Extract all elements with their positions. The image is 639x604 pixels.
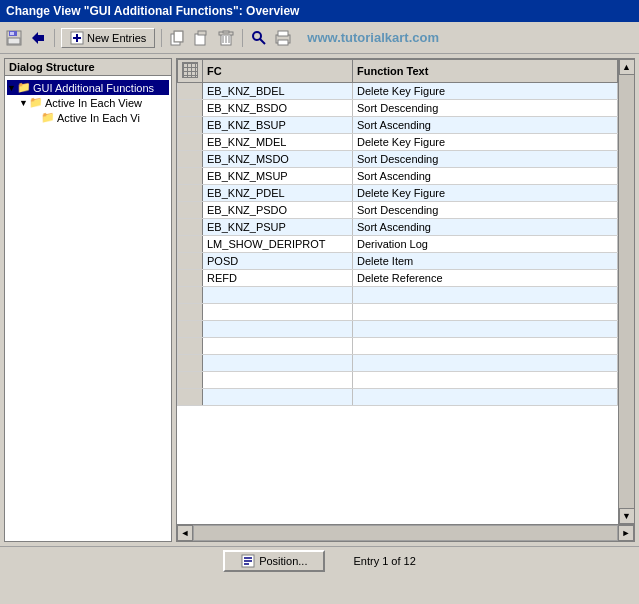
row-icon-cell (178, 287, 203, 304)
table-body: EB_KNZ_BDELDelete Key FigureEB_KNZ_BSDOS… (178, 83, 618, 406)
table-row[interactable]: EB_KNZ_MSUPSort Ascending (178, 168, 618, 185)
paste-icon[interactable] (192, 28, 212, 48)
row-function-text: Sort Descending (353, 151, 618, 168)
row-fc (203, 389, 353, 406)
row-function-text (353, 304, 618, 321)
row-function-text: Sort Ascending (353, 219, 618, 236)
row-function-text: Delete Key Figure (353, 134, 618, 151)
row-function-text: Sort Ascending (353, 168, 618, 185)
row-function-text: Delete Key Figure (353, 83, 618, 100)
row-function-text (353, 287, 618, 304)
vertical-scrollbar[interactable]: ▲ ▼ (618, 59, 634, 524)
tree-item-active-each-view[interactable]: ▼ 📁 Active In Each View (7, 95, 169, 110)
print-icon[interactable] (273, 28, 293, 48)
table-row[interactable] (178, 304, 618, 321)
svg-line-21 (260, 39, 265, 44)
data-table: FC Function Text EB_KNZ_BDELDelete Key F… (177, 59, 618, 406)
row-fc (203, 287, 353, 304)
search-icon[interactable] (249, 28, 269, 48)
toolbar-separator-2 (161, 29, 162, 47)
svg-rect-12 (195, 34, 205, 45)
col-header-icon (178, 60, 203, 83)
row-function-text: Sort Descending (353, 202, 618, 219)
table-row[interactable]: EB_KNZ_PSDOSort Descending (178, 202, 618, 219)
tree-item-gui-additional[interactable]: ▼ 📁 GUI Additional Functions (7, 80, 169, 95)
new-entries-label: New Entries (87, 32, 146, 44)
svg-rect-5 (38, 35, 44, 41)
row-icon-cell (178, 338, 203, 355)
row-function-text: Sort Descending (353, 100, 618, 117)
dialog-tree: ▼ 📁 GUI Additional Functions ▼ 📁 Active … (5, 76, 171, 129)
row-icon-cell (178, 389, 203, 406)
row-icon-cell (178, 219, 203, 236)
row-fc: EB_KNZ_BDEL (203, 83, 353, 100)
horizontal-scrollbar[interactable]: ◄ ► (177, 524, 634, 541)
row-fc: EB_KNZ_MSUP (203, 168, 353, 185)
table-row[interactable]: EB_KNZ_BSUPSort Ascending (178, 117, 618, 134)
svg-marker-4 (32, 32, 38, 44)
row-fc: EB_KNZ_MSDO (203, 151, 353, 168)
folder-icon-2: 📁 (29, 96, 43, 109)
row-function-text: Sort Ascending (353, 117, 618, 134)
table-row[interactable]: EB_KNZ_PSUPSort Ascending (178, 219, 618, 236)
row-icon-cell (178, 151, 203, 168)
row-function-text: Delete Key Figure (353, 185, 618, 202)
row-function-text: Delete Item (353, 253, 618, 270)
table-row[interactable]: EB_KNZ_MDELDelete Key Figure (178, 134, 618, 151)
row-icon-cell (178, 355, 203, 372)
new-entries-button[interactable]: New Entries (61, 28, 155, 48)
row-function-text (353, 338, 618, 355)
row-icon-cell (178, 168, 203, 185)
delete-icon[interactable] (216, 28, 236, 48)
row-fc: EB_KNZ_PSUP (203, 219, 353, 236)
table-row[interactable] (178, 389, 618, 406)
status-bar: Position... Entry 1 of 12 (0, 546, 639, 574)
table-row[interactable]: EB_KNZ_BSDOSort Descending (178, 100, 618, 117)
scroll-right-button[interactable]: ► (618, 525, 634, 541)
row-function-text (353, 321, 618, 338)
save-icon[interactable] (4, 28, 24, 48)
row-fc (203, 321, 353, 338)
scroll-left-button[interactable]: ◄ (177, 525, 193, 541)
copy-icon[interactable] (168, 28, 188, 48)
toolbar: New Entries (0, 22, 639, 54)
table-row[interactable]: EB_KNZ_BDELDelete Key Figure (178, 83, 618, 100)
dialog-panel: Dialog Structure ▼ 📁 GUI Additional Func… (4, 58, 172, 542)
row-fc (203, 355, 353, 372)
tree-arrow-2: ▼ (19, 98, 29, 108)
scroll-track-h[interactable] (193, 525, 618, 541)
grid-settings-icon[interactable] (182, 62, 198, 78)
table-row[interactable] (178, 355, 618, 372)
table-row[interactable]: POSDDelete Item (178, 253, 618, 270)
folder-icon-1: 📁 (17, 81, 31, 94)
position-button[interactable]: Position... (223, 550, 325, 572)
tree-item-active-each-vi[interactable]: ▶ 📁 Active In Each Vi (7, 110, 169, 125)
scroll-track-v[interactable] (619, 75, 634, 508)
scroll-down-button[interactable]: ▼ (619, 508, 635, 524)
tree-label-gui-additional: GUI Additional Functions (33, 82, 154, 94)
entry-info: Entry 1 of 12 (353, 555, 415, 567)
scroll-up-button[interactable]: ▲ (619, 59, 635, 75)
row-fc: REFD (203, 270, 353, 287)
row-icon-cell (178, 236, 203, 253)
main-content: Dialog Structure ▼ 📁 GUI Additional Func… (0, 54, 639, 546)
row-icon-cell (178, 83, 203, 100)
back-icon[interactable] (28, 28, 48, 48)
table-row[interactable] (178, 321, 618, 338)
table-row[interactable] (178, 338, 618, 355)
table-row[interactable]: LM_SHOW_DERIPROTDerivation Log (178, 236, 618, 253)
watermark: www.tutorialkart.com (307, 30, 439, 45)
table-scroll-area: FC Function Text EB_KNZ_BDELDelete Key F… (177, 59, 618, 524)
title-bar: Change View "GUI Additional Functions": … (0, 0, 639, 22)
toolbar-separator-1 (54, 29, 55, 47)
dialog-panel-title: Dialog Structure (5, 59, 171, 76)
col-header-function-text: Function Text (353, 60, 618, 83)
table-row[interactable] (178, 287, 618, 304)
table-row[interactable]: EB_KNZ_PDELDelete Key Figure (178, 185, 618, 202)
tree-label-active-each-view: Active In Each View (45, 97, 142, 109)
toolbar-separator-3 (242, 29, 243, 47)
table-row[interactable]: REFDDelete Reference (178, 270, 618, 287)
table-row[interactable] (178, 372, 618, 389)
row-fc: LM_SHOW_DERIPROT (203, 236, 353, 253)
table-row[interactable]: EB_KNZ_MSDOSort Descending (178, 151, 618, 168)
